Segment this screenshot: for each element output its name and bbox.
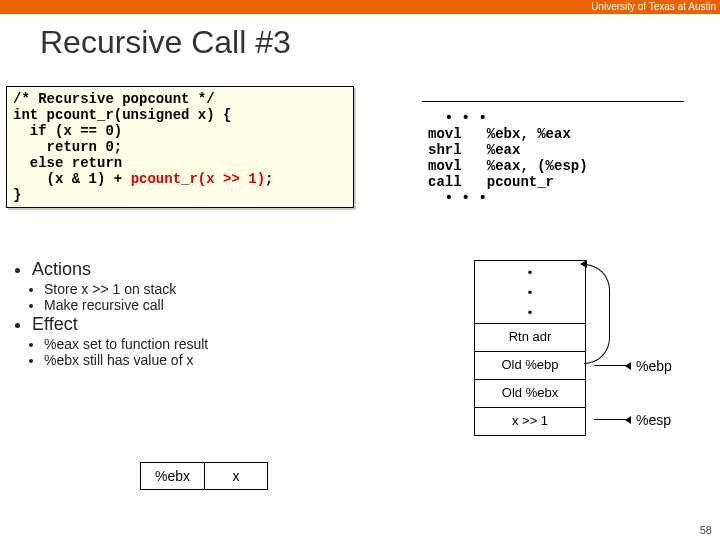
code-line: else return bbox=[13, 155, 122, 171]
register-box: %ebxx bbox=[140, 462, 268, 490]
curve-arrow-icon bbox=[584, 264, 610, 364]
register-value: x bbox=[204, 462, 268, 490]
code-line: /* Recursive popcount */ bbox=[13, 91, 215, 107]
stack-diagram: ••• Rtn adr Old %ebp Old %ebx x >> 1 bbox=[474, 260, 586, 436]
list-item: %ebx still has value of x bbox=[44, 352, 208, 368]
notes: Actions Store x >> 1 on stack Make recur… bbox=[16, 258, 208, 368]
actions-heading: Actions bbox=[32, 259, 208, 280]
asm-line: • • • bbox=[428, 110, 487, 126]
asm-line: call pcount_r bbox=[428, 174, 554, 190]
code-line: return 0; bbox=[13, 139, 122, 155]
list-item: Make recursive call bbox=[44, 297, 208, 313]
asm-line: movl %ebx, %eax bbox=[428, 126, 571, 142]
page-title: Recursive Call #3 bbox=[40, 24, 720, 61]
stack-cell-oldebx: Old %ebx bbox=[474, 380, 586, 408]
ebp-label: %ebp bbox=[636, 358, 672, 374]
register-name: %ebx bbox=[140, 462, 204, 490]
c-code-box: /* Recursive popcount */ int pcount_r(un… bbox=[6, 86, 354, 208]
list-item: Store x >> 1 on stack bbox=[44, 281, 208, 297]
code-line: int pcount_r(unsigned x) { bbox=[13, 107, 231, 123]
code-line: (x & 1) + pcount_r(x >> 1); bbox=[13, 171, 273, 187]
code-line: } bbox=[13, 187, 21, 203]
university-label: University of Texas at Austin bbox=[591, 1, 716, 12]
asm-line: • • • bbox=[428, 190, 487, 206]
asm-line: shrl %eax bbox=[428, 142, 520, 158]
asm-line: movl %eax, (%esp) bbox=[428, 158, 588, 174]
code-line: if (x == 0) bbox=[13, 123, 122, 139]
stack-cell-xshr: x >> 1 bbox=[474, 408, 586, 436]
stack-cell-dots: ••• bbox=[474, 260, 586, 324]
divider bbox=[422, 101, 684, 102]
arrowhead-icon bbox=[576, 260, 587, 268]
effect-heading: Effect bbox=[32, 314, 208, 335]
arrow-icon bbox=[594, 419, 630, 420]
stack-cell-rtn: Rtn adr bbox=[474, 324, 586, 352]
esp-label: %esp bbox=[636, 412, 671, 428]
arrow-icon bbox=[594, 365, 630, 366]
page-number: 58 bbox=[700, 524, 712, 536]
list-item: %eax set to function result bbox=[44, 336, 208, 352]
asm-code-box: • • • movl %ebx, %eax shrl %eax movl %ea… bbox=[428, 110, 588, 206]
stack-cell-oldebp: Old %ebp bbox=[474, 352, 586, 380]
